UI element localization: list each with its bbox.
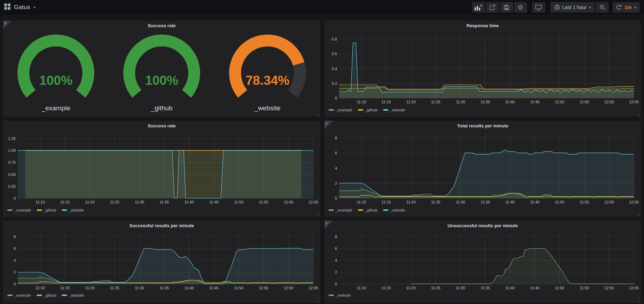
svg-text:11:55: 11:55 — [580, 286, 589, 290]
legend-item-_github[interactable]: _github — [37, 208, 56, 212]
svg-text:6: 6 — [335, 151, 337, 155]
svg-text:0: 0 — [335, 282, 337, 286]
dashboard-picker[interactable]: Gatus ▾ — [4, 3, 36, 11]
svg-text:11:20: 11:20 — [406, 100, 416, 104]
success-rate-chart[interactable]: 11:1011:1511:2011:2511:3011:3511:4011:45… — [5, 131, 318, 205]
legend-item-_website[interactable]: _website — [383, 108, 405, 112]
panel-title[interactable]: Unsuccessful results per minute — [324, 221, 641, 230]
legend-item-_website[interactable]: _website — [383, 208, 405, 212]
legend-item-_github[interactable]: _github — [37, 293, 56, 297]
save-button[interactable] — [500, 2, 513, 13]
gauge-_website: 78.34%_website — [215, 32, 320, 112]
svg-text:12:05: 12:05 — [308, 200, 318, 204]
svg-text:11:10: 11:10 — [357, 200, 366, 204]
gauge-value: 78.34% — [246, 73, 290, 88]
zoom-out-button[interactable] — [596, 2, 609, 13]
svg-text:11:45: 11:45 — [209, 286, 219, 290]
chart-legend: _example_github_website — [7, 208, 84, 212]
cycle-view-mode-button[interactable] — [532, 2, 545, 13]
legend-swatch — [62, 295, 67, 296]
legend-swatch — [358, 109, 363, 111]
svg-text:0.4: 0.4 — [332, 67, 337, 71]
gauge-label: _github — [109, 104, 214, 112]
svg-text:11:30: 11:30 — [135, 286, 144, 290]
legend-item-_website[interactable]: _website — [62, 208, 84, 212]
response-time-chart[interactable]: 11:1011:1511:2011:2511:3011:3511:4011:45… — [327, 31, 639, 105]
legend-item-_example[interactable]: _example — [329, 208, 352, 212]
legend-swatch — [37, 209, 42, 211]
svg-text:11:55: 11:55 — [259, 286, 268, 290]
svg-text:11:35: 11:35 — [481, 200, 490, 204]
panel-title[interactable]: Total results per minute — [324, 121, 641, 131]
svg-text:6: 6 — [335, 246, 337, 251]
legend-item-_example[interactable]: _example — [7, 208, 31, 212]
svg-text:11:25: 11:25 — [110, 200, 119, 204]
refresh-picker[interactable]: 1m ▾ — [613, 2, 640, 13]
svg-text:11:15: 11:15 — [381, 100, 391, 104]
gauge-label: _example — [3, 104, 109, 112]
refresh-interval-label: 1m — [624, 5, 631, 10]
legend-item-_github[interactable]: _github — [358, 108, 378, 112]
svg-text:12:00: 12:00 — [284, 286, 293, 290]
legend-item-_website[interactable]: _website — [62, 293, 84, 297]
svg-text:11:40: 11:40 — [184, 200, 194, 204]
svg-text:6: 6 — [14, 246, 16, 251]
svg-text:8: 8 — [335, 136, 337, 140]
panel-total-results: i Total results per minute 11:1011:1511:… — [324, 121, 641, 217]
panel-unsuccessful-results: i Unsuccessful results per minute 11:101… — [324, 221, 641, 303]
svg-text:0.75: 0.75 — [8, 160, 16, 164]
legend-swatch — [62, 209, 67, 211]
svg-text:11:25: 11:25 — [431, 100, 440, 104]
chart-legend: _example_github_website — [329, 108, 405, 112]
svg-text:11:10: 11:10 — [36, 200, 45, 204]
panel-title[interactable]: Success rate — [3, 121, 320, 131]
share-button[interactable] — [486, 2, 499, 13]
svg-text:1.25: 1.25 — [8, 136, 16, 141]
panel-title[interactable]: Response time — [324, 21, 641, 30]
plot-area[interactable]: 11:1011:1511:2011:2511:3011:3511:4011:45… — [327, 31, 639, 105]
legend-item-_example[interactable]: _example — [329, 108, 352, 112]
svg-text:11:15: 11:15 — [381, 200, 391, 204]
legend-swatch — [383, 109, 388, 111]
plot-area[interactable]: 11:1011:1511:2011:2511:3011:3511:4011:45… — [327, 131, 639, 205]
clock-icon — [554, 5, 560, 10]
plot-area[interactable]: 11:1011:1511:2011:2511:3011:3511:4011:45… — [327, 231, 639, 291]
svg-text:8: 8 — [14, 235, 16, 239]
svg-text:0.50: 0.50 — [8, 172, 16, 177]
svg-text:11:40: 11:40 — [505, 100, 515, 104]
add-panel-button[interactable] — [472, 2, 485, 13]
successful-results-chart[interactable]: 11:1011:1511:2011:2511:3011:3511:4011:45… — [5, 231, 318, 291]
panel-title[interactable]: Successful results per minute — [3, 221, 320, 230]
svg-text:11:55: 11:55 — [580, 200, 589, 204]
legend-item-_website[interactable]: _website — [329, 293, 351, 297]
panel-title[interactable]: Success rate — [3, 21, 320, 30]
svg-text:11:20: 11:20 — [85, 286, 95, 290]
legend-item-_example[interactable]: _example — [7, 293, 31, 297]
svg-text:11:25: 11:25 — [431, 200, 440, 204]
svg-text:11:10: 11:10 — [357, 100, 366, 104]
legend-item-_github[interactable]: _github — [358, 208, 378, 212]
svg-text:12:05: 12:05 — [629, 286, 639, 290]
svg-text:4: 4 — [14, 258, 16, 262]
legend-swatch — [329, 109, 334, 111]
gauge-arc: 100% — [109, 32, 214, 104]
panel-success-rate-timeseries: Success rate 11:1011:1511:2011:2511:3011… — [3, 121, 320, 217]
time-range-picker[interactable]: Last 1 hour ▾ — [550, 2, 595, 13]
total-results-chart[interactable]: 11:1011:1511:2011:2511:3011:3511:4011:45… — [327, 131, 639, 205]
chart-legend: _website — [329, 293, 351, 297]
svg-text:0.2: 0.2 — [332, 81, 337, 86]
unsuccessful-results-chart[interactable]: 11:1011:1511:2011:2511:3011:3511:4011:45… — [327, 231, 639, 291]
svg-text:0: 0 — [14, 282, 16, 286]
svg-text:4: 4 — [335, 166, 337, 170]
panel-response-time: Response time 11:1011:1511:2011:2511:301… — [324, 21, 641, 117]
plot-area[interactable]: 11:1011:1511:2011:2511:3011:3511:4011:45… — [5, 231, 318, 291]
svg-text:0: 0 — [14, 196, 16, 200]
plot-area[interactable]: 11:1011:1511:2011:2511:3011:3511:4011:45… — [5, 131, 318, 205]
settings-button[interactable]: ⚙ — [514, 2, 527, 13]
svg-text:11:35: 11:35 — [160, 200, 169, 204]
legend-swatch — [329, 295, 334, 296]
svg-text:11:45: 11:45 — [530, 286, 540, 290]
gear-icon: ⚙ — [518, 4, 524, 11]
dashboard-title: Gatus — [14, 4, 30, 11]
chart-legend: _example_github_website — [329, 208, 405, 212]
